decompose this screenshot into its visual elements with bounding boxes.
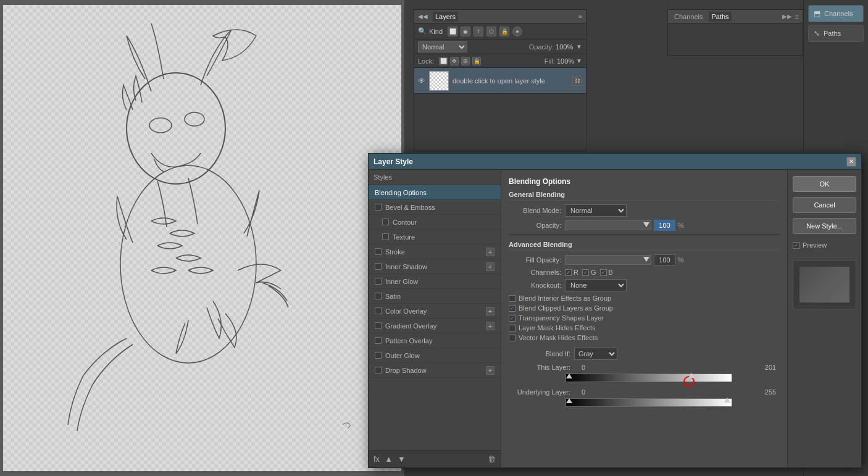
- delete-style-btn[interactable]: 🗑: [488, 454, 496, 464]
- style-cb-gradient-overlay[interactable]: [375, 322, 382, 329]
- opacity-slider[interactable]: [565, 220, 651, 230]
- fill-arrow[interactable]: ▼: [576, 57, 582, 64]
- lock-icons: ⬜ ✥ ⊞ 🔒: [439, 57, 481, 65]
- layers-titlebar: ◀◀ Layers ≡: [414, 10, 586, 23]
- style-item-blending-options[interactable]: Blending Options: [369, 185, 501, 200]
- style-cb-inner-shadow[interactable]: [375, 263, 382, 270]
- cancel-button[interactable]: Cancel: [793, 197, 856, 213]
- fill-opacity-input[interactable]: [654, 254, 675, 265]
- style-add-gradient-overlay-btn[interactable]: +: [486, 322, 495, 330]
- new-style-button[interactable]: New Style...: [793, 218, 856, 234]
- filter-smart-btn[interactable]: 🔒: [499, 27, 509, 36]
- dialog-close-btn[interactable]: ✕: [846, 157, 856, 167]
- style-item-contour[interactable]: Contour: [369, 215, 501, 230]
- filter-text-btn[interactable]: T: [474, 27, 483, 36]
- style-add-color-overlay-btn[interactable]: +: [486, 307, 495, 315]
- move-down-icon[interactable]: ▼: [398, 454, 406, 464]
- layer-link-btn[interactable]: ⛓: [572, 76, 582, 86]
- lock-move-btn[interactable]: ✥: [450, 57, 459, 65]
- style-item-bevel-emboss[interactable]: Bevel & Emboss: [369, 200, 501, 215]
- filter-pixel-btn[interactable]: ⬜: [448, 27, 457, 36]
- style-cb-stroke[interactable]: [375, 248, 382, 255]
- blend-if-select[interactable]: Gray Red Green Blue: [574, 348, 617, 360]
- style-cb-satin[interactable]: [375, 293, 382, 299]
- style-item-inner-shadow[interactable]: Inner Shadow +: [369, 259, 501, 274]
- style-cb-inner-glow[interactable]: [375, 278, 382, 285]
- style-item-color-overlay[interactable]: Color Overlay +: [369, 304, 501, 319]
- this-layer-gradient-row: [565, 374, 780, 382]
- cb-g[interactable]: [582, 269, 589, 276]
- filter-adj-btn[interactable]: ◉: [461, 27, 470, 36]
- style-item-inner-glow[interactable]: Inner Glow: [369, 274, 501, 289]
- lock-all-btn[interactable]: 🔒: [472, 57, 481, 65]
- expand-icon[interactable]: ▶▶: [782, 13, 792, 20]
- style-item-satin[interactable]: Satin: [369, 289, 501, 304]
- panel-icons: ≡: [578, 13, 582, 20]
- advanced-blending-section: Advanced Blending Fill Opacity: % Channe…: [509, 241, 780, 341]
- this-layer-gradient-bar[interactable]: [565, 374, 732, 382]
- underlying-layer-label-row: Underlying Layer: 0 255: [509, 388, 780, 396]
- style-cb-bevel[interactable]: [375, 204, 382, 211]
- style-cb-color-overlay[interactable]: [375, 307, 382, 314]
- tab-channels[interactable]: Channels: [672, 12, 705, 22]
- lock-px-btn[interactable]: ⬜: [439, 57, 448, 65]
- style-cb-pattern-overlay[interactable]: [375, 337, 382, 344]
- ok-button[interactable]: OK: [793, 176, 856, 192]
- menu-icon[interactable]: ≡: [795, 12, 799, 21]
- filter-circle-btn[interactable]: ●: [512, 27, 522, 36]
- fill-opacity-thumb[interactable]: [643, 257, 649, 262]
- style-item-outer-glow[interactable]: Outer Glow: [369, 348, 501, 363]
- opacity-slider-thumb[interactable]: [643, 222, 649, 227]
- cb-layer-mask[interactable]: [509, 325, 515, 332]
- cb-blend-clipped[interactable]: [509, 305, 515, 312]
- styles-footer: fx ▲ ▼ 🗑: [369, 450, 501, 467]
- cb-b[interactable]: [600, 269, 607, 276]
- style-item-gradient-overlay[interactable]: Gradient Overlay +: [369, 319, 501, 333]
- style-item-stroke[interactable]: Stroke +: [369, 244, 501, 259]
- blend-mode-select[interactable]: Normal: [418, 41, 467, 52]
- style-add-drop-shadow-btn[interactable]: +: [486, 366, 495, 375]
- knockout-select[interactable]: None Shallow Deep: [565, 279, 627, 291]
- fill-opacity-slider[interactable]: [565, 255, 651, 265]
- style-stroke-label: Stroke: [385, 248, 405, 256]
- canvas-checkerboard: [3, 5, 401, 471]
- style-cb-texture[interactable]: [382, 233, 389, 240]
- cb-r[interactable]: [565, 269, 572, 276]
- cb-blend-interior[interactable]: [509, 295, 515, 302]
- tab-paths[interactable]: Paths: [709, 12, 731, 22]
- style-add-stroke-btn[interactable]: +: [486, 248, 495, 256]
- sidebar-channels-btn[interactable]: ⬒ Channels: [808, 5, 864, 22]
- filter-shape-btn[interactable]: ⬡: [486, 27, 496, 36]
- tab-layers[interactable]: Layers: [433, 12, 458, 22]
- opacity-arrow[interactable]: ▼: [576, 43, 582, 50]
- style-cb-outer-glow[interactable]: [375, 352, 382, 359]
- fx-icon: fx: [373, 454, 380, 464]
- opacity-input[interactable]: [654, 220, 675, 231]
- this-layer-thumb-right[interactable]: [688, 373, 695, 378]
- move-up-icon[interactable]: ▲: [385, 454, 393, 464]
- underlying-thumb-left[interactable]: [566, 398, 572, 403]
- style-cb-contour[interactable]: [382, 219, 389, 225]
- style-texture-label: Texture: [393, 233, 415, 241]
- style-cb-drop-shadow[interactable]: [375, 367, 382, 374]
- layers-menu-icon[interactable]: ≡: [578, 13, 582, 20]
- channels-icon: ⬒: [814, 9, 820, 18]
- style-add-inner-shadow-btn[interactable]: +: [486, 262, 495, 271]
- style-item-texture[interactable]: Texture: [369, 230, 501, 244]
- underlying-thumb-right[interactable]: [724, 398, 730, 403]
- preview-inner: [799, 267, 849, 303]
- lock-artboard-btn[interactable]: ⊞: [461, 57, 470, 65]
- this-layer-thumb-left[interactable]: [566, 374, 572, 378]
- collapse-icon[interactable]: ◀◀: [418, 13, 428, 20]
- cb-layer-mask-row: Layer Mask Hides Effects: [509, 324, 780, 332]
- preview-checkbox[interactable]: [793, 242, 799, 249]
- style-item-drop-shadow[interactable]: Drop Shadow +: [369, 363, 501, 378]
- layer-visibility-btn[interactable]: 👁: [418, 77, 425, 85]
- blend-mode-select-dialog[interactable]: Normal Multiply Screen Overlay: [565, 204, 627, 217]
- cb-vector-mask[interactable]: [509, 335, 515, 341]
- cb-transparency[interactable]: [509, 315, 515, 322]
- layer-name[interactable]: double click to open layer style: [453, 77, 569, 85]
- style-item-pattern-overlay[interactable]: Pattern Overlay: [369, 333, 501, 348]
- sidebar-paths-btn[interactable]: ⤡ Paths: [808, 25, 864, 42]
- underlying-layer-gradient-bar[interactable]: [565, 398, 732, 407]
